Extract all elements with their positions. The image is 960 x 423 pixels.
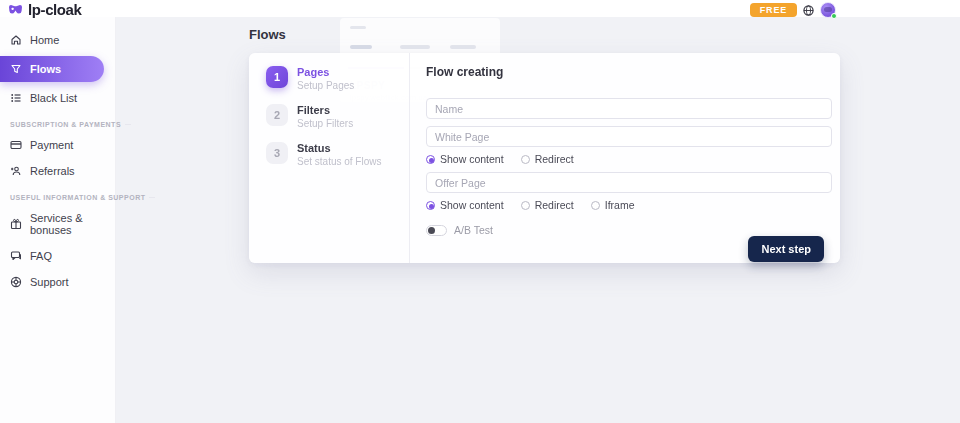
offer-page-options: Show content Redirect Iframe [426,199,832,211]
ab-test-toggle[interactable] [426,225,447,236]
referrals-person-icon [10,165,22,177]
app-header: lp-cloak FREE [0,0,960,17]
sidebar-item-label: Payment [30,139,73,151]
step-number: 1 [266,66,288,88]
radio-label: Show content [440,199,504,211]
sidebar-item-flows[interactable]: Flows [0,56,104,82]
sidebar: Home Flows Black List Subscription & pay… [0,17,116,423]
ab-test-toggle-row[interactable]: A/B Test [426,224,832,236]
sidebar-item-services-bonuses[interactable]: Services & bonuses [0,205,115,243]
radio-label: Show content [440,153,504,165]
home-icon [10,34,22,46]
background-dash [400,45,430,49]
modal-divider [409,53,410,263]
step-number: 2 [266,104,288,126]
flow-creating-modal: 1 Pages Setup Pages 2 Filters Setup Filt… [249,53,840,263]
offer-page-iframe-radio[interactable]: Iframe [591,199,635,211]
sidebar-section-subscription: Subscription & payments [0,111,115,132]
black-list-icon [10,92,22,104]
radio-label: Redirect [535,199,574,211]
form-title: Flow creating [426,65,832,79]
gift-icon [10,218,22,230]
background-dash [350,45,372,49]
radio-label: Redirect [535,153,574,165]
step-title: Status [297,142,381,154]
logo[interactable]: lp-cloak [8,1,81,18]
step-filters[interactable]: 2 Filters Setup Filters [266,104,381,129]
page-title: Flows [249,27,286,42]
white-page-redirect-radio[interactable]: Redirect [521,153,574,165]
radio-label: Iframe [605,199,635,211]
step-title: Filters [297,104,353,116]
user-avatar[interactable] [820,2,836,18]
flow-creating-form: Flow creating Show content Redirect Show… [426,65,832,236]
sidebar-item-label: Referrals [30,165,75,177]
step-pages[interactable]: 1 Pages Setup Pages [266,66,381,91]
section-title: Subscription & payments [10,121,121,128]
sidebar-item-black-list[interactable]: Black List [0,85,115,111]
sidebar-item-label: Services & bonuses [30,212,107,236]
avatar-figure [824,7,832,12]
sidebar-item-label: Flows [30,63,61,75]
step-subtitle: Set status of Flows [297,156,381,167]
sidebar-item-faq[interactable]: FAQ [0,243,115,269]
offer-page-redirect-radio[interactable]: Redirect [521,199,574,211]
radio-circle-icon [591,201,600,210]
sidebar-item-referrals[interactable]: Referrals [0,158,115,184]
sidebar-section-support: Useful information & support [0,184,115,205]
flows-icon [10,63,22,75]
step-status[interactable]: 3 Status Set status of Flows [266,142,381,167]
step-title: Pages [297,66,354,78]
credit-card-icon [10,139,22,151]
sidebar-item-label: Home [30,34,59,46]
ab-test-label: A/B Test [454,224,493,236]
steps-list: 1 Pages Setup Pages 2 Filters Setup Filt… [266,66,381,167]
step-subtitle: Setup Pages [297,80,354,91]
sidebar-item-label: Support [30,276,69,288]
sidebar-item-home[interactable]: Home [0,27,115,53]
white-page-options: Show content Redirect [426,153,832,165]
free-plan-button[interactable]: FREE [750,3,797,17]
radio-circle-icon [426,155,435,164]
sidebar-item-payment[interactable]: Payment [0,132,115,158]
background-dash [350,26,366,29]
mask-logo-icon [8,4,23,15]
radio-circle-icon [521,155,530,164]
step-number: 3 [266,142,288,164]
sidebar-item-label: Black List [30,92,77,104]
flow-name-input[interactable] [426,98,832,119]
step-subtitle: Setup Filters [297,118,353,129]
sidebar-item-label: FAQ [30,250,52,262]
background-dash [450,45,476,49]
offer-page-show-content-radio[interactable]: Show content [426,199,504,211]
white-page-show-content-radio[interactable]: Show content [426,153,504,165]
language-globe-icon[interactable] [803,5,814,16]
life-ring-icon [10,276,22,288]
offer-page-input[interactable] [426,172,832,193]
sidebar-item-support[interactable]: Support [0,269,115,295]
faq-chat-icon [10,250,22,262]
radio-circle-icon [426,201,435,210]
logo-text: lp-cloak [28,1,81,18]
section-title: Useful information & support [10,194,145,201]
online-status-dot [831,13,837,19]
radio-circle-icon [521,201,530,210]
white-page-input[interactable] [426,126,832,147]
toggle-knob [428,227,435,234]
next-step-button[interactable]: Next step [748,236,824,262]
